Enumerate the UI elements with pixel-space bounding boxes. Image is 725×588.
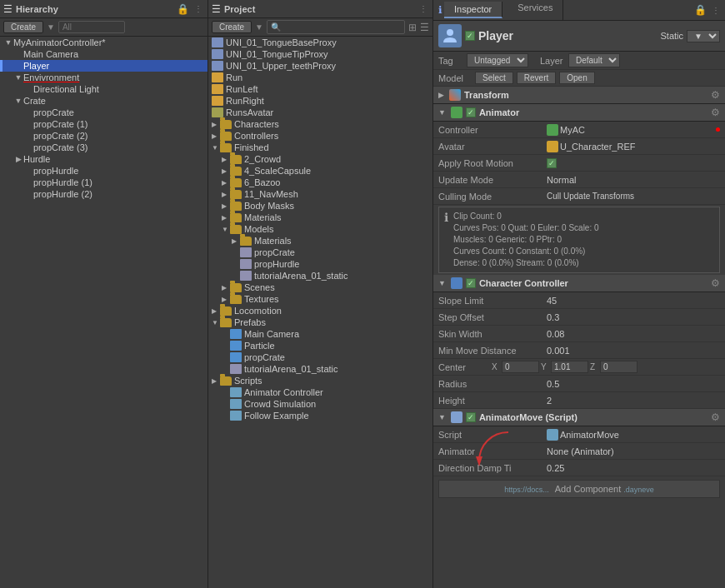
char-ctrl-section-header[interactable]: ▼ ✓ Character Controller ⚙ <box>433 275 725 292</box>
animator-section-header[interactable]: ▼ ✓ Animator ⚙ <box>433 104 725 122</box>
proj-item-11navMesh[interactable]: ▶ 11_NavMesh <box>208 188 432 200</box>
proj-item-particle[interactable]: Particle <box>208 340 432 351</box>
project-create-button[interactable]: Create <box>212 21 252 33</box>
culling-mode-value: Cull Update Transforms <box>547 192 720 201</box>
proj-item-runLeft[interactable]: RunLeft <box>208 83 432 95</box>
revert-button[interactable]: Revert <box>517 72 556 84</box>
tree-item-propHurdle1[interactable]: propHurdle (1) <box>0 177 208 188</box>
select-button[interactable]: Select <box>475 72 513 84</box>
proj-item-textures[interactable]: ▶ Textures <box>208 293 432 305</box>
tree-item-propCrate2[interactable]: propCrate (2) <box>0 130 208 142</box>
center-z-input[interactable] <box>600 361 638 373</box>
char-ctrl-checkbox[interactable]: ✓ <box>466 278 476 288</box>
animator-move-arrow: ▼ <box>438 413 446 421</box>
proj-item-propCrateModel[interactable]: propCrate <box>208 247 432 258</box>
player-icon <box>438 24 462 47</box>
proj-label: Controllers <box>234 131 278 141</box>
tree-item-crate[interactable]: ▼ Crate <box>0 95 208 107</box>
proj-item-uni01TongueTip[interactable]: UNI_01_TongueTipProxy <box>208 48 432 60</box>
arrow: ▶ <box>222 179 230 187</box>
animator-gear-icon[interactable]: ⚙ <box>711 107 720 118</box>
animator-move-gear-icon[interactable]: ⚙ <box>711 411 720 423</box>
proj-label: RunLeft <box>226 84 258 94</box>
proj-item-uni01UpperTeeth[interactable]: UNI_01_Upper_teethProxy <box>208 60 432 72</box>
apply-root-motion-checkbox[interactable]: ✓ <box>547 158 557 168</box>
proj-item-scenes[interactable]: ▶ Scenes <box>208 282 432 293</box>
proj-item-scripts[interactable]: ▶ Scripts <box>208 375 432 386</box>
inspector-more-icon[interactable]: ⋮ <box>710 6 722 15</box>
hierarchy-search-input[interactable] <box>58 21 125 33</box>
proj-item-materials[interactable]: ▶ Materials <box>208 212 432 223</box>
proj-item-runRight[interactable]: RunRight <box>208 95 432 107</box>
tree-item-hurdle[interactable]: ▶ Hurdle <box>0 153 208 165</box>
proj-item-uni01TongueBase[interactable]: UNI_01_TongueBaseProxy <box>208 37 432 48</box>
static-dropdown[interactable]: ▼ <box>687 30 720 42</box>
lock-icon[interactable]: 🔒 <box>175 3 191 15</box>
char-ctrl-title: Character Controller <box>479 278 568 288</box>
hierarchy-controls: 🔒 ⋮ <box>175 3 204 15</box>
add-component-bar[interactable]: https://docs... Add Component .dayneve <box>438 480 720 498</box>
proj-item-mainCameraPrefab[interactable]: Main Camera <box>208 328 432 340</box>
proj-item-2crowd[interactable]: ▶ 2_Crowd <box>208 153 432 165</box>
inspector-lock-icon[interactable]: 🔒 <box>692 4 708 16</box>
player-active-checkbox[interactable]: ✓ <box>465 31 475 41</box>
char-ctrl-gear-icon[interactable]: ⚙ <box>711 277 720 289</box>
proj-item-propHurdleModel[interactable]: propHurdle <box>208 258 432 270</box>
tree-item-myAnimatorController[interactable]: ▼ MyAnimatorController* <box>0 37 208 48</box>
proj-item-followExample[interactable]: Follow Example <box>208 410 432 421</box>
proj-label: UNI_01_Upper_teethProxy <box>226 61 336 71</box>
proj-item-crowdSimulation[interactable]: Crowd Simulation <box>208 398 432 410</box>
step-offset-value: 0.3 <box>547 312 720 322</box>
proj-item-animatorController[interactable]: Animator Controller <box>208 386 432 398</box>
proj-label: Crowd Simulation <box>244 399 316 409</box>
animator-checkbox[interactable]: ✓ <box>466 107 476 117</box>
proj-item-runsAvatar[interactable]: RunsAvatar <box>208 107 432 118</box>
tree-item-directionalLight[interactable]: Directional Light <box>0 83 208 95</box>
center-y-input[interactable] <box>551 361 588 373</box>
tree-item-player[interactable]: Player <box>0 60 208 72</box>
tree-item-propCrate3[interactable]: propCrate (3) <box>0 142 208 153</box>
arrow-controllers: ▶ <box>212 132 220 140</box>
tree-item-mainCamera[interactable]: Main Camera <box>0 48 208 60</box>
transform-gear-icon[interactable]: ⚙ <box>711 89 720 101</box>
tree-item-environment[interactable]: ▼ Envivronment <box>0 72 208 83</box>
layer-select[interactable]: Default <box>568 53 620 67</box>
proj-item-materialsSub[interactable]: ▶ Materials <box>208 235 432 247</box>
proj-item-finished[interactable]: ▼ Finished <box>208 142 432 153</box>
proj-item-tutorialArenaStatic[interactable]: tutorialArena_01_static <box>208 270 432 282</box>
tree-item-propCrate[interactable]: propCrate <box>0 107 208 118</box>
proj-item-characters[interactable]: ▶ Characters <box>208 118 432 130</box>
proj-item-controllers[interactable]: ▶ Controllers <box>208 130 432 142</box>
proj-item-prefabs[interactable]: ▼ Prefabs <box>208 316 432 328</box>
project-search-input[interactable] <box>282 22 401 32</box>
project-filter-icon[interactable]: ⊞ <box>408 22 417 33</box>
proj-item-propCratePrefab[interactable]: propCrate <box>208 351 432 363</box>
project-more-icon[interactable]: ☰ <box>420 22 429 33</box>
proj-item-6bazoo[interactable]: ▶ 6_Bazoo <box>208 177 432 188</box>
transform-arrow: ▶ <box>438 91 444 99</box>
proj-item-locomotion[interactable]: ▶ Locomotion <box>208 305 432 316</box>
transform-controls: ⚙ <box>711 89 720 101</box>
animator-move-checkbox[interactable]: ✓ <box>466 412 476 422</box>
proj-item-models[interactable]: ▼ Models <box>208 223 432 235</box>
open-button[interactable]: Open <box>559 72 594 84</box>
tab-inspector[interactable]: Inspector <box>444 2 502 18</box>
transform-section-header[interactable]: ▶ Transform ⚙ <box>433 87 725 104</box>
tab-services[interactable]: Services <box>508 0 563 20</box>
proj-item-tutorialArenaPrefab[interactable]: tutorialArena_01_static <box>208 363 432 375</box>
proj-label: 2_Crowd <box>244 154 281 164</box>
tree-item-propHurdle[interactable]: propHurdle <box>0 165 208 177</box>
expand-icon[interactable]: ⋮ <box>192 4 204 13</box>
proj-item-4scaleCapsule[interactable]: ▶ 4_ScaleCapsule <box>208 165 432 177</box>
hierarchy-create-button[interactable]: Create <box>3 21 43 33</box>
project-expand-icon[interactable]: ⋮ <box>418 4 429 13</box>
tag-select[interactable]: Untagged <box>467 53 528 67</box>
direction-damp-row: Direction Damp Ti 0.25 <box>433 460 725 476</box>
tree-item-propHurdle2[interactable]: propHurdle (2) <box>0 188 208 200</box>
proj-item-bodyMasks[interactable]: ▶ Body Masks <box>208 200 432 212</box>
center-x-input[interactable] <box>502 361 539 373</box>
animator-move-section-header[interactable]: ▼ ✓ AnimatorMove (Script) ⚙ <box>433 409 725 426</box>
radius-label: Radius <box>438 379 547 389</box>
proj-item-run[interactable]: Run <box>208 72 432 83</box>
tree-item-propCrate1[interactable]: propCrate (1) <box>0 118 208 130</box>
